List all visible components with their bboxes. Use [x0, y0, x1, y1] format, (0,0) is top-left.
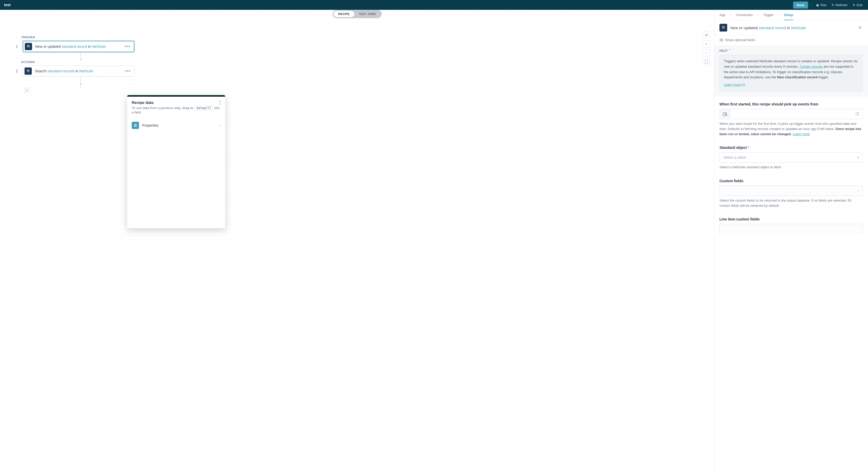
panel-header: N New or updated standard record in NetS…	[714, 20, 868, 35]
step-2-link: standard records	[47, 69, 74, 73]
divider	[811, 3, 811, 7]
fit-icon	[705, 60, 708, 63]
svg-point-11	[859, 114, 859, 115]
undo-button[interactable]: ↺	[703, 32, 710, 39]
step-1-more-button[interactable]: •••	[123, 44, 131, 49]
svg-point-9	[856, 114, 857, 115]
canvas: RECIPE TEST JOBS ↺ + − TRIGGER 1 N	[0, 10, 714, 473]
datapill-tag: datapill	[194, 106, 213, 110]
show-optional-fields-button[interactable]: Show optional fields	[714, 35, 868, 46]
step-1-text: New or updated standard record in NetSui…	[35, 45, 120, 49]
eye-icon	[719, 38, 723, 41]
external-link-icon	[742, 84, 745, 86]
properties-label: Properties	[142, 123, 216, 127]
recipe-title: test	[4, 3, 10, 7]
connector	[27, 52, 134, 60]
flow-container: TRIGGER 1 N New or updated standard reco…	[16, 36, 134, 92]
certain-records-link[interactable]: Certain records	[800, 65, 823, 68]
standard-object-help: Select a NetSuite standard object to fet…	[719, 165, 863, 170]
exit-label: Exit	[857, 3, 862, 7]
step-1-card[interactable]: N New or updated standard record in NetS…	[23, 41, 134, 52]
calendar-icon[interactable]	[720, 109, 730, 119]
top-bar: test Save ◉ Test ↻ Refresh ✕ Exit	[0, 0, 868, 10]
actions-section-label: ACTIONS	[21, 60, 134, 64]
step-2-number: 2	[16, 69, 18, 73]
help-label: HELP	[719, 49, 727, 52]
netsuite-icon: N	[719, 24, 727, 32]
f2-label-text: Standard object	[719, 146, 747, 150]
refresh-button[interactable]: ↻ Refresh	[830, 2, 849, 8]
chevron-down-icon: ▾	[858, 189, 859, 192]
optional-label: Show optional fields	[725, 38, 755, 42]
refresh-label: Refresh	[836, 3, 847, 7]
zoom-in-button[interactable]: +	[703, 40, 710, 48]
step-2-more-button[interactable]: •••	[124, 68, 131, 74]
properties-icon	[132, 122, 139, 129]
step-2-text: Search standard records in NetSuite	[35, 69, 121, 73]
learn-more-link[interactable]: Learn more	[724, 82, 745, 88]
crumb-setup[interactable]: Setup	[784, 13, 793, 20]
step-1-pre: New or updated	[35, 45, 62, 49]
svg-point-8	[859, 113, 859, 113]
canvas-tools: ↺ + −	[703, 32, 710, 65]
since-label: When first started, this recipe should p…	[719, 102, 863, 106]
line-item-custom-fields-label: Line item custom fields	[719, 217, 863, 221]
step-1-app: NetSuite	[92, 45, 106, 49]
test-icon: ◉	[816, 3, 819, 7]
step-2-card[interactable]: N Search standard records in NetSuite ••…	[23, 66, 134, 77]
tab-test-jobs[interactable]: TEST JOBS	[354, 11, 380, 17]
pt-mid: in	[786, 26, 791, 30]
line-item-custom-fields-select[interactable]	[719, 224, 863, 234]
netsuite-icon: N	[25, 43, 32, 50]
test-label: Test	[820, 3, 827, 7]
crumb-trigger[interactable]: Trigger	[763, 13, 774, 17]
learn-label: Learn more	[724, 82, 741, 88]
properties-item[interactable]: Properties ›	[127, 118, 225, 132]
svg-point-12	[856, 115, 857, 116]
required-indicator: *	[748, 146, 749, 150]
zoom-out-button[interactable]: −	[703, 49, 710, 56]
standard-object-select[interactable]: Select a value ▾	[719, 152, 863, 162]
test-button[interactable]: ◉ Test	[814, 2, 828, 8]
standard-object-label: Standard object *	[719, 146, 863, 150]
svg-rect-1	[134, 125, 137, 126]
step-2-app: NetSuite	[79, 69, 93, 73]
f2-placeholder: Select a value	[723, 155, 746, 159]
step-1-number: 1	[16, 45, 18, 49]
panel-title: New or updated standard record in NetSui…	[730, 26, 854, 30]
svg-point-14	[859, 115, 859, 116]
crumb-app[interactable]: App	[719, 13, 725, 17]
add-step-button[interactable]: +	[25, 88, 29, 92]
step-1-link: standard record	[62, 45, 87, 49]
since-input[interactable]	[730, 109, 852, 119]
arrow-icon: →	[756, 13, 760, 17]
collapse-icon	[219, 101, 222, 105]
svg-point-13	[857, 115, 858, 116]
chevron-right-icon: ›	[219, 123, 221, 127]
since-input-wrap	[719, 109, 863, 119]
pt-app: NetSuite	[791, 26, 806, 30]
f1-learn-more-link[interactable]: Learn more	[793, 132, 810, 136]
datapill-picker-button[interactable]	[852, 109, 863, 119]
arrow-icon: →	[777, 13, 780, 17]
setup-panel: App → Connection → Trigger → Setup N New…	[714, 10, 868, 473]
tab-recipe[interactable]: RECIPE	[334, 11, 354, 17]
svg-rect-0	[134, 124, 137, 125]
grid-icon	[855, 112, 860, 116]
save-button[interactable]: Save	[793, 2, 808, 8]
crumb-connection[interactable]: Connection	[736, 13, 753, 17]
recipe-data-collapse-button[interactable]	[219, 101, 222, 105]
recipe-data-title: Recipe data	[132, 100, 221, 105]
close-panel-button[interactable]: ✕	[857, 24, 863, 32]
canvas-tabs: RECIPE TEST JOBS	[333, 10, 381, 18]
pt-pre: New or updated	[730, 26, 759, 30]
custom-fields-select[interactable]: ▾	[719, 185, 863, 196]
fit-button[interactable]	[703, 58, 710, 65]
help-t3: trigger.	[817, 75, 829, 79]
svg-rect-2	[134, 126, 137, 127]
arrow-icon: →	[729, 13, 732, 17]
exit-button[interactable]: ✕ Exit	[851, 2, 864, 8]
custom-fields-help: Select the custom fields to be returned …	[719, 198, 863, 208]
help-toggle[interactable]: HELP ˄	[714, 46, 868, 55]
svg-point-10	[857, 114, 858, 115]
